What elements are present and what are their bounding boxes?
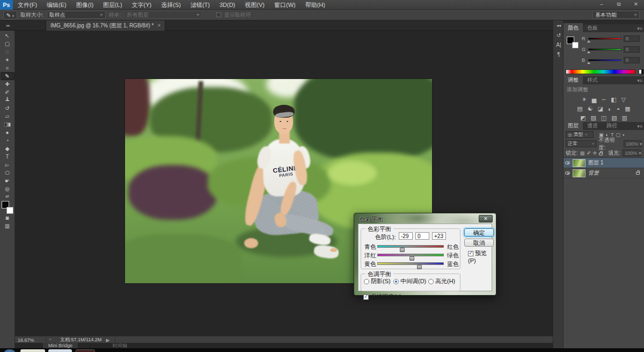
- panel-menu-icon[interactable]: ▾≡: [637, 124, 642, 129]
- panel-color-swatches[interactable]: [567, 37, 579, 48]
- move-tool[interactable]: ↖: [1, 32, 14, 40]
- menu-layer[interactable]: 图层(L): [98, 0, 127, 10]
- document-tab[interactable]: IMG_8656.jpg @ 16.7% (图层 1, RGB/8#) * ×: [46, 20, 165, 31]
- taskbar-thumbnail[interactable]: [20, 349, 45, 352]
- brightness-contrast-icon[interactable]: ☀: [582, 96, 587, 103]
- history-panel-icon[interactable]: ↺: [553, 30, 564, 40]
- shape-tool[interactable]: ⎔: [1, 169, 14, 177]
- midtones-radio[interactable]: [393, 279, 399, 284]
- gradient-map-icon[interactable]: ▥: [622, 114, 627, 121]
- tab-paths[interactable]: 路径: [602, 121, 621, 130]
- zoom-tool[interactable]: ◎: [1, 185, 14, 193]
- green-slider[interactable]: [588, 48, 621, 51]
- cancel-button[interactable]: 取消: [464, 239, 494, 247]
- levels-input-2[interactable]: 0: [415, 232, 429, 240]
- lasso-tool[interactable]: ◌: [1, 48, 14, 56]
- eyedropper-tool[interactable]: ✎: [1, 72, 14, 80]
- mini-bridge-tab[interactable]: Mini Bridge: [43, 343, 78, 348]
- tab-layers[interactable]: 图层: [564, 121, 583, 130]
- hand-tool[interactable]: ☛: [1, 177, 14, 185]
- cyan-red-thumb[interactable]: [400, 248, 405, 252]
- close-button[interactable]: ✕: [630, 0, 642, 9]
- ok-button[interactable]: 确定: [464, 228, 494, 236]
- tab-styles[interactable]: 样式: [583, 75, 602, 84]
- eyedropper-tool-icon[interactable]: ✎ ▾: [3, 11, 17, 19]
- levels-input-1[interactable]: -29: [399, 232, 413, 240]
- preview-checkbox[interactable]: [468, 251, 473, 256]
- tab-adjustments[interactable]: 调整: [564, 75, 583, 84]
- spectrum-black-swatch[interactable]: [642, 69, 643, 74]
- sample-size-dropdown[interactable]: 取样点÷: [47, 11, 106, 19]
- expand-panels-icon[interactable]: ◂◂: [553, 20, 564, 30]
- highlights-radio-row[interactable]: 高光(H): [428, 277, 455, 285]
- lock-transparency-icon[interactable]: ▨: [580, 150, 585, 156]
- highlights-radio[interactable]: [428, 279, 434, 284]
- menu-help[interactable]: 帮助(H): [301, 0, 330, 10]
- tab-close-icon[interactable]: ×: [157, 23, 160, 28]
- menu-edit[interactable]: 编辑(E): [42, 0, 71, 10]
- brush-tool[interactable]: ✐: [1, 88, 14, 96]
- layer-row-background[interactable]: 背景: [564, 168, 644, 178]
- crop-tool[interactable]: ⌗: [1, 64, 14, 72]
- dialog-close-button[interactable]: ✕: [479, 215, 493, 222]
- screen-mode-button[interactable]: ▥: [1, 222, 14, 230]
- levels-icon[interactable]: ▅: [592, 96, 596, 103]
- preview-checkbox-row[interactable]: 预览(P): [468, 249, 492, 264]
- layer-row-layer1[interactable]: 图层 1: [564, 158, 644, 168]
- document-size-field[interactable]: 文档:57.1M/114.2M ▶: [46, 337, 115, 343]
- blend-mode-dropdown[interactable]: 正常÷: [566, 140, 597, 147]
- blue-slider-thumb[interactable]: [587, 62, 590, 64]
- yellow-blue-thumb[interactable]: [417, 265, 422, 269]
- taskbar-thumbnail[interactable]: [48, 349, 72, 352]
- menu-3d[interactable]: 3D(D): [215, 0, 240, 10]
- minimize-button[interactable]: –: [596, 0, 608, 9]
- blue-slider[interactable]: [588, 59, 621, 61]
- character-panel-icon[interactable]: A|: [553, 40, 564, 49]
- yellow-blue-slider[interactable]: [377, 262, 444, 265]
- taskbar-thumbnail[interactable]: [76, 349, 95, 352]
- midtones-radio-row[interactable]: 中间调(D): [393, 277, 426, 285]
- layer-thumbnail[interactable]: [573, 159, 586, 167]
- path-selection-tool[interactable]: ▻: [1, 161, 14, 169]
- paragraph-panel-icon[interactable]: ¶: [553, 49, 564, 59]
- exposure-icon[interactable]: ◧: [611, 96, 616, 103]
- healing-brush-tool[interactable]: ✚: [1, 80, 14, 88]
- menu-file[interactable]: 文件(F): [13, 0, 42, 10]
- menu-type[interactable]: 文字(Y): [127, 0, 157, 10]
- timeline-tab[interactable]: 时间轴: [107, 343, 133, 348]
- history-brush-tool[interactable]: ↺: [1, 104, 14, 112]
- menu-image[interactable]: 图像(I): [71, 0, 98, 10]
- color-balance-dialog[interactable]: 色彩平衡 ✕ 色彩平衡 色阶(L): -29 0 +23 青色 红色 洋红 绿色…: [354, 213, 496, 296]
- marquee-tool[interactable]: ▢: [1, 40, 14, 48]
- panel-background-color[interactable]: [572, 42, 579, 48]
- lock-pixels-icon[interactable]: ✐: [587, 150, 591, 156]
- taskbar-icon[interactable]: [4, 349, 15, 352]
- restore-button[interactable]: ⧉: [613, 0, 625, 9]
- blue-value[interactable]: 0: [624, 57, 640, 63]
- tab-channels[interactable]: 通道: [583, 121, 602, 130]
- levels-input-3[interactable]: +23: [432, 232, 446, 240]
- dodge-tool[interactable]: ◔: [1, 137, 14, 145]
- magenta-green-slider[interactable]: [377, 254, 444, 256]
- color-balance-icon[interactable]: ☯: [588, 105, 593, 112]
- shadows-radio[interactable]: [364, 279, 369, 284]
- blur-tool[interactable]: ●: [1, 128, 14, 137]
- menu-filter[interactable]: 滤镜(T): [186, 0, 215, 10]
- layer-name[interactable]: 图层 1: [588, 159, 603, 167]
- visibility-eye-icon[interactable]: [565, 161, 570, 164]
- red-slider[interactable]: [588, 38, 621, 40]
- preserve-luminosity-row[interactable]: 保持明度(V): [363, 293, 402, 301]
- hue-saturation-icon[interactable]: ▤: [577, 105, 582, 112]
- filter-smart-icon[interactable]: ▪: [623, 132, 624, 138]
- menu-window[interactable]: 窗口(W): [269, 0, 301, 10]
- layer-thumbnail[interactable]: [573, 169, 586, 177]
- red-slider-thumb[interactable]: [587, 40, 590, 42]
- cyan-red-slider[interactable]: [377, 245, 444, 248]
- green-slider-thumb[interactable]: [587, 51, 590, 53]
- tab-color[interactable]: 颜色: [564, 23, 583, 32]
- gradient-tool[interactable]: [1, 120, 14, 128]
- lock-position-icon[interactable]: ✛: [593, 150, 597, 156]
- opacity-field[interactable]: 100%▾: [624, 140, 642, 147]
- color-spectrum-bar[interactable]: [566, 69, 635, 74]
- vibrance-icon[interactable]: ▽: [621, 96, 626, 103]
